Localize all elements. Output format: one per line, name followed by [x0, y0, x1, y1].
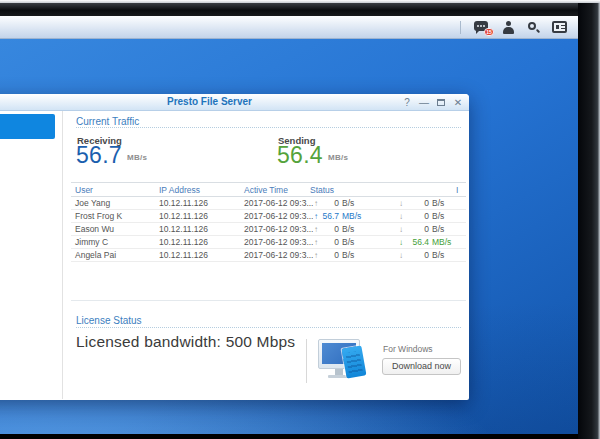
minimize-button[interactable]: —: [418, 95, 430, 111]
licensed-bandwidth-text: Licensed bandwidth: 500 Mbps: [76, 333, 295, 351]
desktop-client-icon: [318, 339, 370, 385]
window-titlebar[interactable]: Presto File Server ? — ✕: [0, 94, 469, 111]
table-row[interactable]: Frost Frog K 10.12.11.126 2017-06-12 09:…: [71, 210, 466, 223]
traffic-table: User IP Address Active Time Status I Joe…: [71, 182, 466, 301]
window-title: Presto File Server: [0, 94, 469, 110]
table-row[interactable]: Joe Yang 10.12.11.126 2017-06-12 09:3...…: [71, 197, 466, 210]
monitor-top-bezel: [0, 3, 600, 16]
window-body: Current Traffic Receiving 56.7MB/s Sendi…: [0, 111, 469, 399]
upload-arrow-icon: ↑: [310, 212, 322, 221]
download-arrow-icon: ↓: [395, 225, 407, 234]
search-icon[interactable]: [527, 21, 540, 34]
sending-unit: MB/s: [328, 153, 348, 162]
platform-label: For Windows: [383, 344, 433, 354]
upload-arrow-icon: ↑: [310, 238, 322, 247]
download-now-button[interactable]: Download now: [382, 358, 461, 375]
table-row[interactable]: Jimmy C 10.12.11.126 2017-06-12 09:3... …: [71, 236, 466, 249]
sending-value: 56.4MB/s: [277, 142, 348, 169]
table-header-row: User IP Address Active Time Status I: [71, 182, 466, 197]
close-button[interactable]: ✕: [452, 95, 464, 111]
document-icon: [342, 345, 367, 378]
license-status-title: License Status: [76, 315, 142, 326]
upload-arrow-icon: ↑: [310, 225, 322, 234]
section-divider: [76, 327, 461, 328]
table-row[interactable]: Eason Wu 10.12.11.126 2017-06-12 09:3...…: [71, 223, 466, 236]
monitor-right-bezel: [578, 3, 600, 439]
notification-badge: 15: [484, 28, 494, 36]
header-ip[interactable]: IP Address: [159, 185, 244, 195]
window-sidebar: [0, 111, 62, 399]
current-traffic-title: Current Traffic: [76, 116, 139, 127]
user-account-icon[interactable]: [502, 21, 515, 34]
maximize-button[interactable]: [437, 99, 445, 106]
download-arrow-icon: ↓: [395, 212, 407, 221]
sidebar-item-selected[interactable]: [0, 114, 55, 139]
taskbar-separator: [460, 21, 461, 34]
header-user[interactable]: User: [71, 185, 159, 195]
table-row[interactable]: Angela Pai 10.12.11.126 2017-06-12 09:3.…: [71, 249, 466, 262]
table-empty-area: [71, 262, 466, 301]
header-truncated[interactable]: I: [456, 185, 466, 195]
receiving-unit: MB/s: [127, 153, 147, 162]
download-arrow-icon: ↓: [395, 238, 407, 247]
header-active-time[interactable]: Active Time: [244, 185, 310, 195]
window-content: Current Traffic Receiving 56.7MB/s Sendi…: [62, 111, 469, 399]
notifications-icon[interactable]: 15: [474, 21, 490, 34]
download-arrow-icon: ↓: [395, 199, 407, 208]
header-status[interactable]: Status: [310, 185, 456, 195]
monitor-photo: 15 Presto File Server ?: [0, 0, 600, 439]
taskbar: 15: [0, 16, 578, 39]
vertical-divider: [306, 339, 307, 383]
presto-file-server-window: Presto File Server ? — ✕ Current Traffic…: [0, 94, 469, 400]
section-divider: [76, 127, 461, 128]
widgets-icon[interactable]: [552, 21, 567, 33]
desktop-screen: 15 Presto File Server ?: [0, 16, 578, 434]
upload-arrow-icon: ↑: [310, 199, 322, 208]
window-controls: ? — ✕: [401, 94, 464, 111]
download-arrow-icon: ↓: [395, 251, 407, 260]
receiving-value: 56.7MB/s: [76, 142, 147, 169]
help-button[interactable]: ?: [401, 95, 413, 111]
upload-arrow-icon: ↑: [310, 251, 322, 260]
